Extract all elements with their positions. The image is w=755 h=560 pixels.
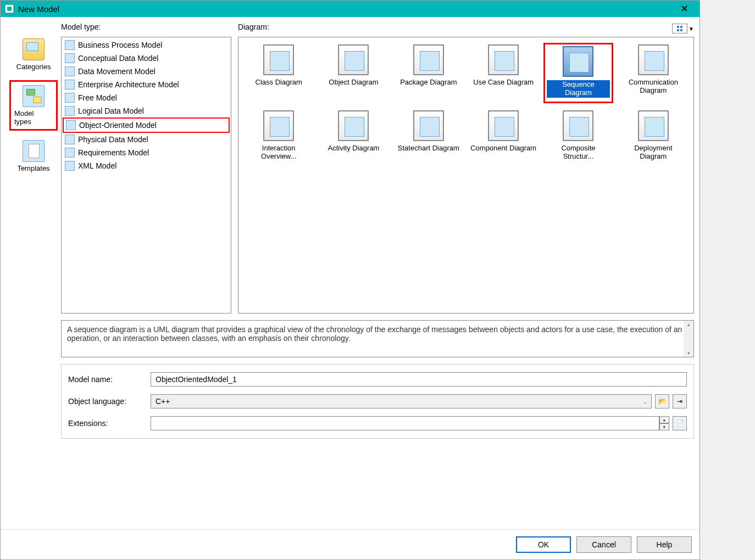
top-panels: Model type: Business Process ModelConcep…	[61, 23, 694, 313]
form-box: Model name: Object language: C++ ⌵ 📂 ⇥ E…	[61, 364, 694, 439]
view-mode-button[interactable]	[672, 24, 687, 33]
model-type-item[interactable]: XML Model	[63, 159, 230, 172]
diagram-item-label: Use Case Diagram	[473, 79, 534, 87]
new-model-dialog: New Model ✕ Categories Model types Templ…	[0, 0, 700, 560]
model-type-item-label: Object-Oriented Model	[79, 121, 157, 130]
model-type-icon	[65, 53, 75, 63]
diagram-item[interactable]: Interaction Overview...	[244, 109, 313, 169]
diagram-icon	[638, 110, 669, 141]
app-icon	[5, 4, 14, 13]
diagram-item-label: Communication Diagram	[620, 79, 686, 95]
model-type-item-label: XML Model	[78, 161, 116, 170]
model-type-icon	[66, 120, 76, 130]
folder-icon	[23, 38, 45, 60]
svg-rect-3	[680, 29, 682, 31]
ok-button[interactable]: OK	[516, 536, 571, 553]
model-type-item[interactable]: Business Process Model	[63, 38, 230, 52]
model-type-list[interactable]: Business Process ModelConceptual Data Mo…	[61, 37, 231, 313]
diagram-item[interactable]: Object Diagram	[319, 43, 388, 103]
diagram-icon	[263, 44, 294, 75]
description-scrollbar[interactable]: ▴ ▾	[684, 321, 693, 357]
model-type-item[interactable]: Logical Data Model	[63, 104, 230, 117]
dialog-body: Categories Model types Templates Model t…	[1, 17, 700, 529]
model-type-item[interactable]: Free Model	[63, 91, 230, 104]
diagram-item[interactable]: Deployment Diagram	[619, 109, 688, 169]
model-type-item[interactable]: Enterprise Architecture Model	[63, 78, 230, 91]
diagram-icon	[638, 44, 669, 75]
diagram-item[interactable]: Sequence Diagram	[543, 43, 613, 103]
svg-rect-1	[680, 26, 682, 28]
model-type-panel: Model type: Business Process ModelConcep…	[61, 23, 231, 313]
nav-model-types-label: Model types	[14, 109, 53, 126]
close-icon[interactable]: ✕	[673, 1, 695, 16]
extensions-select[interactable]	[151, 416, 659, 430]
chevron-down-icon[interactable]: ▼	[689, 26, 694, 32]
diagram-item[interactable]: Activity Diagram	[319, 109, 388, 169]
model-type-icon	[65, 161, 75, 171]
button-bar: OK Cancel Help	[1, 529, 700, 559]
diagram-grid[interactable]: Class DiagramObject DiagramPackage Diagr…	[238, 37, 694, 313]
model-type-item-label: Free Model	[78, 93, 117, 102]
model-type-icon	[65, 80, 75, 89]
diagram-item-label: Package Diagram	[400, 79, 457, 87]
model-name-input[interactable]	[151, 372, 687, 387]
main-area: Model type: Business Process ModelConcep…	[61, 23, 694, 524]
scroll-up-icon[interactable]: ▴	[687, 322, 690, 327]
templates-icon	[23, 140, 45, 162]
diagram-label: Diagram:	[238, 23, 672, 35]
model-type-item[interactable]: Requirements Model	[63, 146, 230, 159]
model-type-icon	[65, 40, 75, 50]
model-type-icon	[65, 106, 75, 116]
object-language-label: Object language:	[68, 397, 151, 406]
nav-templates[interactable]: Templates	[9, 135, 58, 177]
extensions-manage-button[interactable]: 📄	[673, 416, 687, 430]
diagram-item-label: Deployment Diagram	[620, 144, 686, 161]
diagram-item[interactable]: Composite Structur...	[543, 109, 613, 169]
browse-language-button[interactable]: 📂	[655, 394, 669, 408]
object-language-value: C++	[156, 397, 170, 406]
chevron-down-icon: ⌵	[643, 399, 647, 405]
diagram-item-label: Interaction Overview...	[246, 144, 312, 161]
left-nav: Categories Model types Templates	[6, 23, 61, 524]
diagram-item[interactable]: Statechart Diagram	[394, 109, 463, 169]
nav-categories[interactable]: Categories	[9, 33, 58, 76]
diagram-icon	[413, 110, 444, 141]
diagram-item[interactable]: Component Diagram	[469, 109, 538, 169]
spinner-up-icon[interactable]: ▴	[659, 416, 669, 423]
scroll-down-icon[interactable]: ▾	[687, 350, 690, 356]
nav-model-types[interactable]: Model types	[9, 80, 58, 131]
diagram-icon	[563, 46, 593, 77]
diagram-icon	[413, 44, 444, 75]
model-name-label: Model name:	[68, 375, 151, 384]
diagram-icon	[488, 44, 519, 75]
help-button[interactable]: Help	[637, 536, 692, 553]
model-type-label: Model type:	[61, 23, 231, 35]
model-type-item-label: Logical Data Model	[78, 107, 144, 115]
model-type-item[interactable]: Object-Oriented Model	[63, 117, 230, 133]
diagram-icon	[488, 110, 519, 141]
model-type-item-label: Requirements Model	[78, 148, 149, 157]
diagram-item[interactable]: Communication Diagram	[619, 43, 688, 103]
embed-language-button[interactable]: ⇥	[673, 394, 687, 408]
titlebar: New Model ✕	[1, 1, 700, 17]
model-type-item-label: Physical Data Model	[78, 135, 148, 144]
diagram-item-label: Composite Structur...	[545, 144, 611, 161]
diagram-panel: Diagram: ▼ Class DiagramObject DiagramPa…	[238, 23, 694, 313]
diagram-item-label: Object Diagram	[329, 79, 378, 87]
diagram-item[interactable]: Class Diagram	[244, 43, 313, 103]
diagram-item[interactable]: Use Case Diagram	[469, 43, 538, 103]
nav-categories-label: Categories	[16, 63, 51, 71]
nav-templates-label: Templates	[17, 164, 49, 172]
diagram-item-label: Component Diagram	[470, 144, 536, 153]
object-language-select[interactable]: C++ ⌵	[151, 394, 652, 408]
cancel-button[interactable]: Cancel	[576, 536, 631, 553]
diagram-icon	[563, 110, 593, 141]
diagram-item-label: Activity Diagram	[328, 144, 380, 153]
diagram-item[interactable]: Package Diagram	[394, 43, 463, 103]
model-type-item[interactable]: Data Movement Model	[63, 65, 230, 78]
model-type-item[interactable]: Conceptual Data Model	[63, 52, 230, 65]
model-type-item[interactable]: Physical Data Model	[63, 133, 230, 146]
extensions-spinner[interactable]: ▴ ▾	[659, 416, 669, 430]
diagram-icon	[263, 110, 294, 141]
spinner-down-icon[interactable]: ▾	[659, 423, 669, 430]
